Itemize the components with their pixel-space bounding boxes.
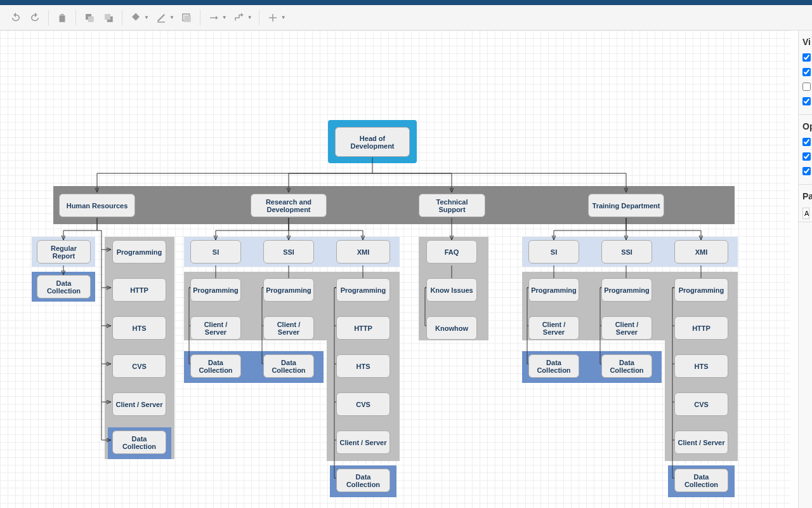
node-dept-rd[interactable]: Research and Development bbox=[251, 194, 327, 217]
node-ts-faq[interactable]: FAQ bbox=[426, 240, 477, 264]
view-check-1[interactable] bbox=[802, 68, 811, 76]
node-td-xmi[interactable]: XMI bbox=[674, 240, 728, 264]
chevron-down-icon[interactable]: ▼ bbox=[281, 15, 286, 20]
node-td-si-1[interactable]: Client / Server bbox=[528, 316, 579, 340]
undo-button[interactable] bbox=[6, 8, 25, 27]
view-section-title: Vi bbox=[802, 37, 809, 47]
waypoints-button[interactable] bbox=[230, 8, 249, 27]
node-td-si[interactable]: SI bbox=[528, 240, 579, 264]
delete-button[interactable] bbox=[53, 8, 72, 27]
insert-button[interactable] bbox=[263, 8, 282, 27]
node-rd-xmi-0[interactable]: Programming bbox=[336, 278, 390, 302]
node-td-xmi-4[interactable]: Client / Server bbox=[674, 431, 728, 454]
to-back-button[interactable] bbox=[99, 8, 118, 27]
node-td-ssi-0[interactable]: Programming bbox=[601, 278, 652, 302]
chevron-down-icon[interactable]: ▼ bbox=[222, 15, 227, 20]
paper-section-title: Pa bbox=[802, 191, 809, 201]
svg-rect-3 bbox=[105, 14, 110, 20]
view-check-3[interactable] bbox=[802, 97, 811, 105]
node-hr-regular-report[interactable]: Regular Report bbox=[37, 240, 91, 264]
node-td-xmi-5[interactable]: Data Collection bbox=[674, 469, 728, 492]
node-rd-si[interactable]: SI bbox=[190, 240, 241, 264]
node-td-xmi-1[interactable]: HTTP bbox=[674, 316, 728, 340]
toolbar: ▼ ▼ ▼ ▼ ▼ bbox=[0, 5, 812, 30]
node-dept-td[interactable]: Training Department bbox=[588, 194, 664, 217]
node-dept-ts[interactable]: Technical Support bbox=[419, 194, 485, 217]
node-rd-ssi-0[interactable]: Programming bbox=[263, 278, 314, 302]
node-rd-ssi-1[interactable]: Client / Server bbox=[263, 316, 314, 340]
title-bar bbox=[0, 0, 812, 5]
node-rd-xmi-1[interactable]: HTTP bbox=[336, 316, 390, 340]
node-rd-si-2[interactable]: Data Collection bbox=[190, 354, 241, 378]
node-td-ssi-1[interactable]: Client / Server bbox=[601, 316, 652, 340]
to-front-button[interactable] bbox=[80, 8, 99, 27]
opt-check-0[interactable] bbox=[802, 138, 811, 146]
opt-check-1[interactable] bbox=[802, 152, 811, 161]
svg-rect-6 bbox=[184, 15, 191, 22]
node-hr-cvs[interactable]: CVS bbox=[112, 354, 166, 378]
node-dept-hr[interactable]: Human Resources bbox=[59, 194, 135, 217]
right-panel: Vi Op Pa A bbox=[798, 30, 812, 508]
node-td-xmi-0[interactable]: Programming bbox=[674, 278, 728, 302]
shadow-button[interactable] bbox=[177, 8, 196, 27]
chevron-down-icon[interactable]: ▼ bbox=[169, 15, 174, 20]
node-rd-si-0[interactable]: Programming bbox=[190, 278, 241, 302]
node-hr-dc2[interactable]: Data Collection bbox=[112, 431, 166, 454]
canvas[interactable]: Head of Development Human Resources Rese… bbox=[0, 30, 790, 508]
node-rd-xmi-4[interactable]: Client / Server bbox=[336, 431, 390, 454]
node-ts-knowhow[interactable]: Knowhow bbox=[426, 316, 477, 340]
fill-color-button[interactable] bbox=[126, 8, 145, 27]
node-ts-know-issues[interactable]: Know Issues bbox=[426, 278, 477, 302]
node-hr-programming[interactable]: Programming bbox=[112, 240, 166, 264]
node-td-ssi-2[interactable]: Data Collection bbox=[601, 354, 652, 378]
svg-rect-1 bbox=[88, 16, 94, 22]
chevron-down-icon[interactable]: ▼ bbox=[247, 15, 252, 20]
chevron-down-icon[interactable]: ▼ bbox=[144, 15, 149, 20]
node-hr-data-collection[interactable]: Data Collection bbox=[37, 275, 91, 298]
opt-check-2[interactable] bbox=[802, 167, 811, 175]
svg-rect-4 bbox=[157, 22, 165, 23]
node-td-xmi-3[interactable]: CVS bbox=[674, 392, 728, 416]
options-section-title: Op bbox=[802, 121, 809, 131]
node-td-si-2[interactable]: Data Collection bbox=[528, 354, 579, 378]
view-check-0[interactable] bbox=[802, 53, 811, 62]
connection-button[interactable] bbox=[204, 8, 223, 27]
line-color-button[interactable] bbox=[152, 8, 171, 27]
view-check-2[interactable] bbox=[802, 83, 811, 91]
node-root[interactable]: Head of Development bbox=[335, 127, 410, 157]
node-rd-xmi-3[interactable]: CVS bbox=[336, 392, 390, 416]
node-td-si-0[interactable]: Programming bbox=[528, 278, 579, 302]
node-rd-xmi[interactable]: XMI bbox=[336, 240, 390, 264]
section-bg bbox=[105, 237, 174, 459]
paper-size-select[interactable]: A bbox=[802, 208, 809, 219]
node-hr-client-server[interactable]: Client / Server bbox=[112, 392, 166, 416]
node-rd-xmi-2[interactable]: HTS bbox=[336, 354, 390, 378]
node-td-ssi[interactable]: SSI bbox=[601, 240, 652, 264]
node-rd-xmi-5[interactable]: Data Collection bbox=[336, 469, 390, 492]
node-rd-ssi-2[interactable]: Data Collection bbox=[263, 354, 314, 378]
node-rd-si-1[interactable]: Client / Server bbox=[190, 316, 241, 340]
node-hr-hts[interactable]: HTS bbox=[112, 316, 166, 340]
node-hr-http[interactable]: HTTP bbox=[112, 278, 166, 302]
redo-button[interactable] bbox=[25, 8, 44, 27]
node-td-xmi-2[interactable]: HTS bbox=[674, 354, 728, 378]
node-rd-ssi[interactable]: SSI bbox=[263, 240, 314, 264]
